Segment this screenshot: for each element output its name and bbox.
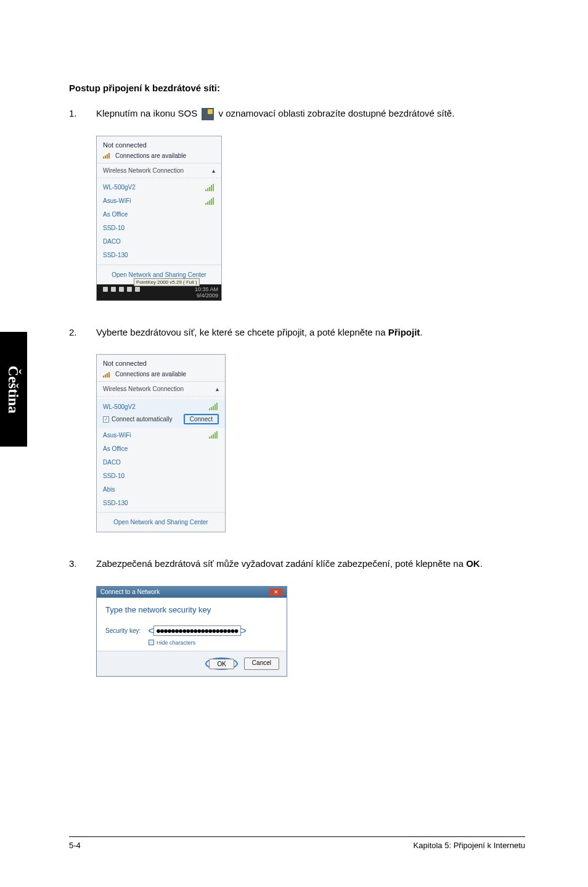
signal-icon [205, 184, 215, 191]
step-bold: OK [466, 558, 480, 569]
network-list: WL-500gV2 Asus-WiFi As Office SSD-10 DAC… [97, 178, 221, 265]
network-list: WL-500gV2 ✓Connect automatically Connect… [97, 397, 225, 512]
step-text: v oznamovací oblasti zobrazíte dostupné … [219, 108, 455, 118]
network-item[interactable]: SSD-10 [97, 221, 221, 235]
network-name: Asus-WiFi [103, 432, 131, 439]
step-number: 1. [69, 107, 96, 121]
step-body: Vyberte bezdrátovou síť, ke které se chc… [96, 326, 525, 340]
security-key-label: Security key: [105, 627, 142, 634]
security-key-input[interactable]: ●●●●●●●●●●●●●●●●●●●●●● [153, 625, 241, 636]
screenshot-network-flyout-2: Not connected Connections are available … [96, 354, 226, 532]
language-side-tab: Čeština [0, 332, 27, 447]
connections-available-label: Connections are available [115, 371, 186, 377]
signal-icon [205, 225, 215, 232]
network-name: Abis [103, 486, 115, 493]
close-icon[interactable]: ✕ [269, 588, 283, 596]
network-item[interactable]: Abis [97, 482, 225, 496]
security-key-row: Security key: ●●●●●●●●●●●●●●●●●●●●●● [105, 625, 278, 636]
page-number: 5-4 [69, 841, 81, 850]
dialog-button-row: OK Cancel [97, 651, 287, 676]
cancel-button[interactable]: Cancel [244, 658, 279, 670]
not-connected-label: Not connected [103, 141, 215, 149]
open-network-center-link[interactable]: Open Network and Sharing Center [97, 512, 225, 532]
dialog-body: Type the network security key Security k… [97, 598, 287, 651]
signal-icon [209, 445, 219, 452]
dialog-title: Connect to a Network [100, 588, 160, 595]
network-item[interactable]: SSD-130 [97, 249, 221, 262]
signal-icon [209, 431, 219, 439]
signal-icon [209, 485, 219, 493]
ok-button[interactable]: OK [209, 659, 234, 669]
signal-icon [103, 152, 112, 159]
step-1: 1. Klepnutím na ikonu SOS v oznamovací o… [69, 107, 525, 121]
signal-icon [209, 472, 219, 479]
network-item-selected[interactable]: WL-500gV2 ✓Connect automatically Connect [97, 399, 225, 428]
taskbar: PointKey 2000 v5.29 ( Full ) 10:35 AM 9/… [97, 284, 221, 300]
network-item[interactable]: DACO [97, 455, 225, 469]
network-name: SSD-130 [103, 500, 128, 506]
screenshot-network-flyout-1: Not connected Connections are available … [96, 136, 222, 301]
step-text: Klepnutím na ikonu SOS [96, 108, 200, 118]
network-item[interactable]: DACO [97, 235, 221, 249]
step-text: . [420, 327, 422, 337]
signal-icon [205, 211, 215, 218]
step-body: Zabezpečená bezdrátová síť může vyžadova… [96, 557, 525, 571]
signal-icon [205, 252, 215, 259]
step-bold: Připojit [388, 327, 420, 337]
step-3: 3. Zabezpečená bezdrátová síť může vyžad… [69, 557, 525, 571]
connect-button[interactable]: Connect [184, 414, 219, 424]
step-number: 2. [69, 326, 96, 340]
highlight-circle: ●●●●●●●●●●●●●●●●●●●●●● [149, 625, 246, 636]
network-name: DACO [103, 459, 121, 466]
clock-date: 9/4/2009 [100, 292, 218, 299]
screenshot-security-key-dialog: Connect to a Network ✕ Type the network … [96, 586, 287, 677]
network-item[interactable]: As Office [97, 208, 221, 221]
connect-auto-checkbox[interactable]: ✓Connect automatically [103, 416, 172, 423]
chevron-up-icon: ▴ [216, 386, 219, 392]
connections-available-row: Connections are available [103, 371, 219, 377]
step-text: Zabezpečená bezdrátová síť může vyžadova… [96, 558, 466, 569]
network-tray-icon [202, 108, 214, 120]
connections-available-row: Connections are available [103, 152, 215, 159]
wireless-section-header[interactable]: Wireless Network Connection ▴ [97, 163, 221, 178]
network-item[interactable]: WL-500gV2 [97, 181, 221, 194]
network-name: WL-500gV2 [103, 403, 136, 410]
network-name: SSD-10 [103, 472, 125, 479]
network-name: DACO [103, 238, 121, 245]
highlight-circle: OK [205, 658, 237, 670]
step-text: . [480, 558, 483, 569]
not-connected-label: Not connected [103, 360, 219, 367]
flyout-header: Not connected Connections are available [97, 136, 221, 163]
language-label: Čeština [6, 365, 22, 413]
wireless-section-header[interactable]: Wireless Network Connection ▴ [97, 382, 225, 397]
step-2: 2. Vyberte bezdrátovou síť, ke které se … [69, 326, 525, 340]
network-item[interactable]: Asus-WiFi [97, 428, 225, 442]
connections-available-label: Connections are available [115, 152, 186, 159]
signal-icon [205, 197, 215, 205]
network-name: As Office [103, 211, 128, 218]
network-item[interactable]: As Office [97, 442, 225, 455]
section-heading: Postup připojení k bezdrátové síti: [69, 83, 525, 93]
signal-icon [205, 238, 215, 245]
checkbox-icon [149, 640, 154, 645]
network-name: As Office [103, 445, 128, 452]
step-body: Klepnutím na ikonu SOS v oznamovací obla… [96, 107, 525, 121]
signal-icon [209, 458, 219, 466]
wireless-section-label: Wireless Network Connection [103, 386, 184, 392]
checkbox-label: Hide characters [157, 640, 195, 646]
network-item[interactable]: SSD-10 [97, 469, 225, 482]
network-name: SSD-130 [103, 252, 128, 258]
network-item[interactable]: SSD-130 [97, 496, 225, 510]
hide-characters-checkbox[interactable]: Hide characters [149, 640, 278, 646]
network-name: WL-500gV2 [103, 184, 136, 191]
network-item[interactable]: Asus-WiFi [97, 194, 221, 208]
step-text: Vyberte bezdrátovou síť, ke které se chc… [96, 327, 388, 337]
page-content: Postup připojení k bezdrátové síti: 1. K… [69, 83, 525, 701]
page-footer: 5-4 Kapitola 5: Připojení k Internetu [69, 836, 525, 850]
network-name: Asus-WiFi [103, 197, 131, 204]
tray-icons [103, 287, 140, 292]
dialog-titlebar: Connect to a Network ✕ [97, 587, 287, 598]
wireless-section-label: Wireless Network Connection [103, 167, 184, 174]
chevron-up-icon: ▴ [212, 167, 215, 174]
signal-icon [103, 371, 112, 377]
